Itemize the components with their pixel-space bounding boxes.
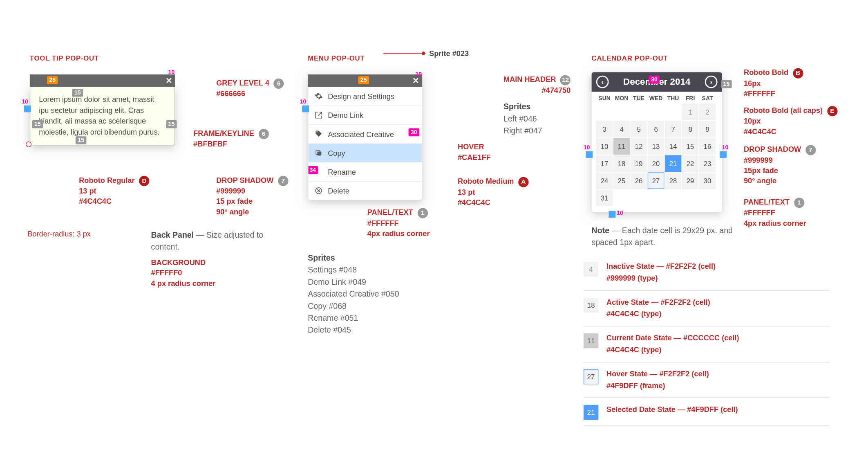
tooltip-panel: 25 ✕ Lorem ipsum dolor sit amet, massit … — [30, 74, 175, 146]
menu-item-delete[interactable]: Delete — [309, 181, 422, 200]
calendar-cell — [648, 189, 664, 206]
annot-frame: FRAME/KEYLINE 6 #BFBFBF — [193, 128, 269, 149]
calendar-cell[interactable]: 26 — [631, 172, 647, 189]
calendar-cell[interactable]: 30 — [699, 172, 716, 189]
legend-row: 27Hover State — #F2F2F2 (cell)#4F9DFF (f… — [584, 362, 830, 398]
calendar-cell[interactable]: 12 — [631, 138, 647, 155]
annot-roboto-bold-caps: Roboto Bold (all caps) E 10px #4C4C4C — [744, 106, 837, 137]
calendar-cell[interactable]: 18 — [613, 155, 630, 172]
calendar-panel: ‹ December 2014 › 30 SUNMONTUEWEDTHUFRIS… — [592, 72, 722, 212]
calendar-cell — [613, 189, 630, 206]
legend-swatch: 18 — [584, 297, 598, 312]
calendar-cell[interactable]: 2 — [699, 104, 716, 120]
calendar-cell — [613, 104, 630, 120]
calendar-cell[interactable]: 23 — [699, 155, 716, 172]
menu-panel: 25 ✕ Design and Settings Demo Link Assoc… — [308, 74, 422, 200]
calendar-cell[interactable]: 14 — [665, 138, 682, 155]
calendar-cell — [682, 189, 699, 206]
legend-text: Active State — #F2F2F2 (cell)#4C4C4C (ty… — [606, 297, 710, 320]
menu-sprites: Sprites Settings #048 Demo Link #049 Ass… — [308, 252, 434, 336]
menu-item-associated[interactable]: Associated Creative 30 — [309, 124, 422, 143]
calendar-dow-label: SUN — [596, 95, 613, 101]
calendar-cell[interactable]: 3 — [596, 121, 613, 137]
annot-dropshadow2: DROP SHADOW 7 #999999 15px fade 90° angl… — [744, 144, 816, 186]
calendar-legend: 4Inactive State — #F2F2F2 (cell)#999999 … — [584, 255, 830, 426]
annot-paneltext: PANEL/TEXT 1 #FFFFFF 4px radius corner — [367, 207, 430, 239]
calendar-cell[interactable]: 11 — [613, 138, 630, 155]
calendar-cell[interactable]: 9 — [699, 121, 716, 137]
calendar-cell[interactable]: 31 — [596, 189, 613, 206]
annot-mainheader: MAIN HEADER 12 #474750 — [503, 74, 570, 95]
menu-item-demo[interactable]: Demo Link — [309, 106, 422, 124]
calendar-cell[interactable]: 5 — [631, 121, 647, 137]
calendar-cell — [665, 189, 682, 206]
legend-row: 18Active State — #F2F2F2 (cell)#4C4C4C (… — [584, 291, 830, 327]
calendar-cell[interactable]: 22 — [682, 155, 699, 172]
calendar-cell[interactable]: 13 — [648, 138, 664, 155]
annot-roboto-medium: Roboto Medium A 13 pt #4C4C4C — [458, 176, 528, 208]
section-title-menu: MENU POP-OUT — [308, 54, 365, 63]
section-title-calendar: CALENDAR POP-OUT — [592, 54, 668, 63]
menu-item-label: Rename — [328, 168, 356, 176]
legend-text: Hover State — #F2F2F2 (cell)#4F9DFF (fra… — [606, 368, 709, 392]
calendar-cell[interactable]: 29 — [682, 172, 699, 189]
menu-item-settings[interactable]: Design and Settings — [309, 87, 422, 106]
annot-sprite023: Sprite #023 — [429, 49, 469, 59]
calendar-dow-label: FRI — [682, 95, 699, 101]
annot-roboto-regular: Roboto Regular D 13 pt #4C4C4C — [79, 175, 149, 207]
legend-row: 11Current Date State — #CCCCCC (cell)#4C… — [584, 326, 830, 362]
external-link-icon — [314, 110, 323, 119]
calendar-cell[interactable]: 20 — [648, 155, 664, 172]
calendar-cell[interactable]: 17 — [596, 155, 613, 172]
next-month-icon[interactable]: › — [705, 76, 718, 88]
delete-icon — [314, 186, 323, 195]
calendar-cell[interactable]: 16 — [699, 138, 716, 155]
annot-backpanel: Back Panel — Size adjusted to content. — [151, 229, 266, 253]
close-icon[interactable]: ✕ — [163, 74, 175, 87]
annot-bg: BACKGROUND #FFFFF0 4 px radius corner — [151, 258, 216, 289]
menu-item-copy[interactable]: Copy — [309, 143, 422, 162]
section-title-tooltip: TOOL TIP POP-OUT — [30, 54, 99, 63]
legend-text: Selected Date State — #4F9DFF (cell) — [606, 404, 738, 416]
calendar-cell[interactable]: 24 — [596, 172, 613, 189]
legend-swatch: 27 — [584, 369, 598, 384]
menu-item-label: Design and Settings — [328, 92, 394, 101]
calendar-cell[interactable]: 4 — [613, 121, 630, 137]
menu-item-label: Associated Creative — [328, 130, 394, 138]
calendar-cell[interactable]: 28 — [665, 172, 682, 189]
prev-month-icon[interactable]: ‹ — [596, 76, 609, 88]
calendar-cell — [631, 189, 647, 206]
calendar-cell[interactable]: 19 — [631, 155, 647, 172]
menu-header: 25 ✕ — [308, 74, 422, 87]
legend-row: 21Selected Date State — #4F9DFF (cell) — [584, 398, 830, 427]
menu-item-label: Copy — [328, 148, 345, 157]
calendar-header: ‹ December 2014 › 30 — [592, 72, 722, 92]
menu-item-rename[interactable]: 34 Rename — [309, 162, 422, 181]
calendar-cell[interactable]: 10 — [596, 138, 613, 155]
calendar-cell — [665, 104, 682, 120]
calendar-cell[interactable]: 1 — [682, 104, 699, 120]
legend-text: Current Date State — #CCCCCC (cell)#4C4C… — [606, 332, 739, 356]
annot-paneltext2: PANEL/TEXT 1 #FFFFFF 4px radius corner — [744, 197, 806, 229]
annot-grey4: GREY LEVEL 4 6 #666666 — [216, 78, 284, 99]
annot-roboto-bold: Roboto Bold B 16px #FFFFFF — [744, 68, 803, 99]
annot-borderradius: Border-radius: 3 px — [27, 229, 91, 239]
calendar-cell[interactable]: 21 — [665, 155, 682, 172]
calendar-cell[interactable]: 6 — [648, 121, 664, 137]
calendar-cell[interactable]: 8 — [682, 121, 699, 137]
calendar-dow-label: THU — [665, 95, 682, 101]
calendar-cell[interactable]: 15 — [682, 138, 699, 155]
calendar-cell[interactable]: 7 — [665, 121, 682, 137]
legend-row: 4Inactive State — #F2F2F2 (cell)#999999 … — [584, 255, 830, 291]
calendar-cell[interactable]: 27 — [648, 172, 664, 189]
calendar-cell — [699, 189, 716, 206]
copy-icon — [314, 148, 323, 158]
calendar-cell[interactable]: 25 — [613, 172, 630, 189]
calendar-dow-label: WED — [648, 95, 664, 101]
calendar-cell — [596, 104, 613, 120]
annot-dropshadow: DROP SHADOW 7 #999999 15 px fade 90° ang… — [216, 175, 288, 217]
gear-icon — [314, 92, 323, 101]
chip-25: 25 — [47, 76, 58, 84]
legend-swatch: 4 — [584, 262, 598, 277]
tooltip-body: Lorem ipsum dolor sit amet, massit ipu s… — [30, 87, 175, 146]
